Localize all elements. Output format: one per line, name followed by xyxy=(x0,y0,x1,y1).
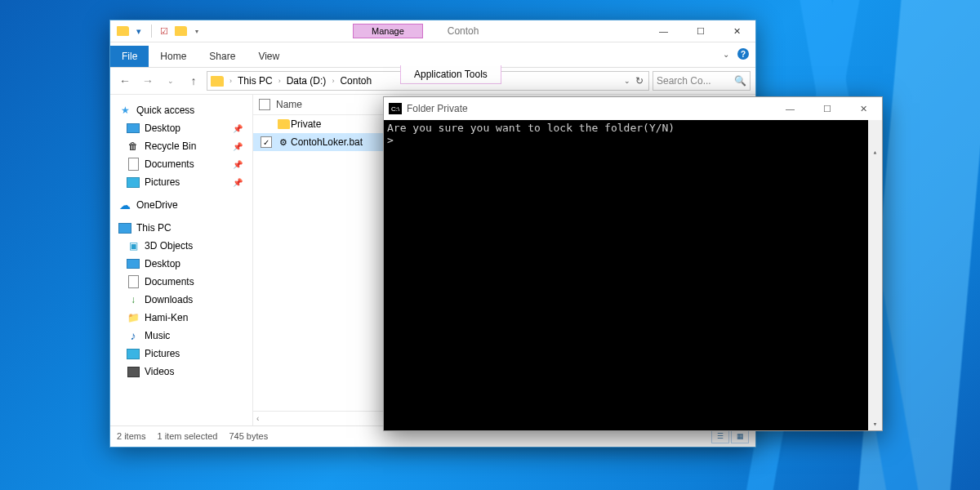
picture-icon xyxy=(127,176,140,189)
nav-label: Recycle Bin xyxy=(145,140,196,152)
chevron-right-icon[interactable]: › xyxy=(329,77,336,85)
3d-icon: ▣ xyxy=(127,239,140,252)
cmd-output[interactable]: Are you sure you want to lock the folder… xyxy=(384,120,882,430)
nav-label: This PC xyxy=(136,222,172,234)
minimize-button[interactable]: — xyxy=(645,20,682,42)
nav-item-recycle[interactable]: 🗑Recycle Bin📌 xyxy=(115,137,252,155)
row-checkbox[interactable]: ✓ xyxy=(256,136,276,148)
music-icon: ♪ xyxy=(127,329,140,342)
nav-item-downloads[interactable]: ↓Downloads xyxy=(115,291,252,309)
chevron-right-icon[interactable]: › xyxy=(227,77,234,85)
close-button[interactable]: ✕ xyxy=(845,97,882,120)
new-folder-icon[interactable] xyxy=(173,24,188,38)
nav-item-documents[interactable]: Documents📌 xyxy=(115,155,252,173)
nav-label: Downloads xyxy=(145,294,193,305)
document-icon xyxy=(127,275,140,288)
star-icon: ★ xyxy=(118,104,131,117)
nav-label: Hami-Ken xyxy=(145,312,188,323)
recycle-icon: 🗑 xyxy=(127,140,140,153)
tab-view[interactable]: View xyxy=(247,46,291,67)
nav-up-button[interactable]: ↑ xyxy=(184,71,203,91)
cmd-line: Are you sure you want to lock the folder… xyxy=(387,122,675,134)
cmd-title-text: Folder Private xyxy=(407,103,468,114)
cmd-icon: C:\ xyxy=(389,103,402,114)
help-icon[interactable]: ? xyxy=(737,48,749,60)
column-name[interactable]: Name xyxy=(276,99,302,110)
close-button[interactable]: ✕ xyxy=(719,20,755,42)
properties-icon[interactable]: ☑ xyxy=(157,24,172,38)
nav-recent-icon[interactable]: ⌄ xyxy=(161,71,180,91)
quick-access-toolbar: ▾ ☑ ▾ xyxy=(112,24,204,38)
save-icon[interactable]: ▾ xyxy=(131,24,146,38)
folder-icon xyxy=(115,24,130,38)
desktop-icon xyxy=(127,122,140,135)
tab-file[interactable]: File xyxy=(110,46,149,67)
chevron-right-icon[interactable]: › xyxy=(276,77,283,85)
nav-label: Videos xyxy=(145,366,174,377)
separator xyxy=(151,24,152,38)
tab-share[interactable]: Share xyxy=(198,46,247,67)
explorer-titlebar[interactable]: ▾ ☑ ▾ Manage Contoh — ☐ ✕ xyxy=(110,20,755,42)
picture-icon xyxy=(127,347,140,360)
scroll-up-icon[interactable]: ▴ xyxy=(868,145,882,158)
file-name: Private xyxy=(291,118,321,130)
folder-icon: 📁 xyxy=(127,311,140,324)
nav-item-desktop2[interactable]: Desktop xyxy=(115,255,252,273)
nav-onedrive[interactable]: ☁OneDrive xyxy=(115,196,252,214)
ribbon-expand-icon[interactable]: ⌄ xyxy=(723,50,729,59)
nav-item-music[interactable]: ♪Music xyxy=(115,327,252,345)
search-input[interactable]: Search Co... 🔍 xyxy=(653,71,751,91)
refresh-icon[interactable]: ↻ xyxy=(635,75,644,87)
cmd-window: C:\ Folder Private — ☐ ✕ Are you sure yo… xyxy=(383,96,883,431)
scroll-down-icon[interactable]: ▾ xyxy=(868,416,882,430)
nav-item-desktop[interactable]: Desktop📌 xyxy=(115,119,252,137)
nav-quick-access[interactable]: ★ Quick access xyxy=(115,101,252,119)
scroll-left-icon[interactable]: ‹ xyxy=(256,414,259,423)
folder-icon xyxy=(211,76,224,87)
ribbon-tabs: File Home Share View ⌄ ? xyxy=(110,42,755,68)
cmd-titlebar[interactable]: C:\ Folder Private — ☐ ✕ xyxy=(384,97,882,120)
file-name: ContohLoker.bat xyxy=(291,136,363,148)
nav-item-pictures[interactable]: Pictures📌 xyxy=(115,173,252,191)
nav-item-pictures2[interactable]: Pictures xyxy=(115,345,252,363)
desktop-icon xyxy=(127,257,140,270)
pc-icon xyxy=(118,221,131,234)
nav-this-pc[interactable]: This PC xyxy=(115,219,252,237)
vertical-scrollbar[interactable]: ▴ ▾ xyxy=(868,120,882,430)
select-all-checkbox[interactable] xyxy=(253,99,276,110)
nav-forward-button[interactable]: → xyxy=(138,71,158,91)
onedrive-icon: ☁ xyxy=(118,198,131,212)
nav-item-documents2[interactable]: Documents xyxy=(115,273,252,291)
nav-label: 3D Objects xyxy=(145,240,193,252)
search-placeholder: Search Co... xyxy=(657,75,711,87)
navigation-pane[interactable]: ★ Quick access Desktop📌 🗑Recycle Bin📌 Do… xyxy=(110,95,253,425)
window-title: Contoh xyxy=(448,25,479,37)
status-item-count: 2 items xyxy=(117,431,145,441)
folder-icon xyxy=(276,119,291,129)
pin-icon: 📌 xyxy=(233,178,249,187)
breadcrumb-root[interactable]: This PC xyxy=(236,75,274,87)
nav-label: Desktop xyxy=(145,122,180,134)
nav-back-button[interactable]: ← xyxy=(115,71,135,91)
cmd-prompt: > xyxy=(387,134,394,146)
pin-icon: 📌 xyxy=(233,160,249,169)
nav-label: Quick access xyxy=(136,105,194,116)
nav-label: Pictures xyxy=(145,176,180,188)
breadcrumb-drive[interactable]: Data (D:) xyxy=(285,75,328,87)
breadcrumb-folder[interactable]: Contoh xyxy=(338,75,373,87)
nav-item-3dobjects[interactable]: ▣3D Objects xyxy=(115,237,252,255)
address-dropdown-icon[interactable]: ⌄ xyxy=(624,77,630,85)
qat-menu-icon[interactable]: ▾ xyxy=(189,24,204,38)
download-icon: ↓ xyxy=(127,293,140,306)
minimize-button[interactable]: — xyxy=(772,97,808,120)
ribbon-context-tab[interactable]: Manage xyxy=(353,24,423,38)
tab-home[interactable]: Home xyxy=(149,46,198,67)
ribbon-context-subtab[interactable]: Application Tools xyxy=(400,65,501,84)
nav-label: Pictures xyxy=(145,348,180,359)
nav-label: OneDrive xyxy=(136,199,178,211)
maximize-button[interactable]: ☐ xyxy=(682,20,719,42)
nav-item-hamiken[interactable]: 📁Hami-Ken xyxy=(115,309,252,327)
maximize-button[interactable]: ☐ xyxy=(808,97,845,120)
status-selected: 1 item selected xyxy=(157,431,217,441)
nav-item-videos[interactable]: Videos xyxy=(115,363,252,381)
